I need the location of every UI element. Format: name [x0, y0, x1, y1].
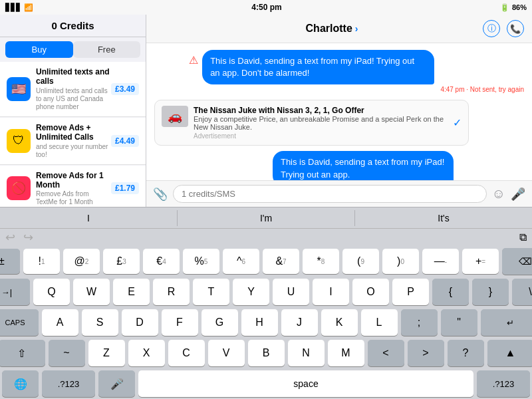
key-g[interactable]: G — [201, 309, 238, 336]
key-question[interactable]: ? — [448, 340, 484, 366]
key-z[interactable]: Z — [88, 340, 125, 366]
autocomplete-item-i[interactable]: I — [0, 210, 178, 226]
keyboard-qwerty-row: →| Q W E R T Y U I O P { } \ — [0, 277, 532, 307]
key-2[interactable]: @2 — [63, 249, 100, 274]
status-left: ▋▋▋ 📶 — [5, 3, 33, 12]
key-c[interactable]: C — [168, 340, 205, 366]
key-numbers[interactable]: .?123 — [42, 370, 95, 397]
key-r[interactable]: R — [153, 279, 190, 305]
key-6[interactable]: ^6 — [223, 249, 259, 274]
key-capslock[interactable]: CAPS — [0, 309, 39, 336]
key-3[interactable]: £3 — [103, 249, 140, 274]
key-e[interactable]: E — [113, 279, 150, 305]
plan-price-unlimited[interactable]: £3.49 — [111, 83, 139, 95]
key-close-brace[interactable]: } — [472, 279, 509, 305]
key-shift-left[interactable]: ⇧ — [0, 340, 45, 366]
key-tilde[interactable]: ~ — [49, 340, 85, 366]
buy-tab[interactable]: Buy — [5, 41, 73, 58]
ad-label: Advertisement — [194, 132, 448, 140]
key-q[interactable]: Q — [33, 279, 70, 305]
key-d[interactable]: D — [122, 309, 158, 336]
autocomplete-item-its[interactable]: It's — [355, 210, 532, 226]
key-8[interactable]: *8 — [303, 249, 339, 274]
key-k[interactable]: K — [321, 309, 358, 336]
main-area: 0 Credits Buy Free 🇺🇸 Unlimited texts an… — [0, 15, 532, 207]
key-quote[interactable]: " — [441, 309, 477, 336]
key-space[interactable]: space — [138, 370, 473, 397]
key-5[interactable]: %5 — [183, 249, 219, 274]
key-7[interactable]: &7 — [263, 249, 299, 274]
ad-subtitle: Enjoy a competitive Price, an unbreakabl… — [194, 115, 448, 131]
keyboard-number-row: ± !1 @2 £3 €4 %5 ^6 &7 *8 (9 )0 —- += ⌫ — [0, 246, 532, 277]
key-a[interactable]: A — [42, 309, 78, 336]
key-open-brace[interactable]: { — [432, 279, 469, 305]
key-m[interactable]: M — [328, 340, 364, 366]
key-tab[interactable]: →| — [0, 279, 30, 305]
key-lt[interactable]: < — [368, 340, 404, 366]
emoji-icon[interactable]: ☺ — [492, 186, 505, 201]
key-backslash[interactable]: \ — [512, 279, 532, 305]
plan-price-remove-ads[interactable]: £4.49 — [111, 135, 139, 147]
ad-card[interactable]: 🚗 The Nissan Juke with Nissan 3, 2, 1, G… — [154, 100, 469, 146]
message-sent-2: This is David, sending a text from my iP… — [273, 151, 454, 180]
key-n[interactable]: N — [288, 340, 325, 366]
key-enter[interactable]: ↵ — [481, 309, 533, 336]
key-v[interactable]: V — [208, 340, 245, 366]
battery-percent: 86% — [512, 3, 527, 11]
key-t[interactable]: T — [193, 279, 229, 305]
key-l[interactable]: L — [361, 309, 398, 336]
keyboard-zxcv-row: ⇧ ~ Z X C V B N M < > ? ▲ — [0, 338, 532, 368]
left-panel: 0 Credits Buy Free 🇺🇸 Unlimited texts an… — [0, 15, 146, 207]
key-mic[interactable]: 🎤 — [98, 370, 135, 397]
key-plus[interactable]: += — [462, 249, 499, 274]
chat-input-bar: 📎 ☺ 🎤 — [146, 180, 532, 207]
key-h[interactable]: H — [241, 309, 278, 336]
autocomplete-item-im[interactable]: I'm — [178, 210, 355, 226]
key-4[interactable]: €4 — [143, 249, 180, 274]
mic-icon[interactable]: 🎤 — [511, 187, 525, 201]
signal-icon: ▋▋▋ — [5, 3, 21, 12]
copy-button[interactable]: ⧉ — [519, 231, 527, 243]
key-o[interactable]: O — [352, 279, 389, 305]
ad-check-icon: ✓ — [453, 116, 462, 129]
key-f[interactable]: F — [162, 309, 198, 336]
plan-title-unlimited: Unlimited texts and calls — [36, 67, 111, 86]
plan-item-unlimited[interactable]: 🇺🇸 Unlimited texts and calls Unlimited t… — [0, 62, 146, 117]
chat-input[interactable] — [173, 185, 487, 203]
delete-key[interactable]: ⌫ — [502, 248, 532, 275]
key-gt[interactable]: > — [408, 340, 444, 366]
redo-button[interactable]: ↪ — [23, 230, 33, 245]
battery-icon: 🔋 — [500, 3, 509, 12]
key-i[interactable]: I — [313, 279, 349, 305]
key-j[interactable]: J — [281, 309, 318, 336]
autocomplete-bar: I I'm It's — [0, 207, 532, 228]
key-u[interactable]: U — [273, 279, 309, 305]
key-b[interactable]: B — [248, 340, 285, 366]
plan-item-remove-ads[interactable]: 🛡 Remove Ads + Unlimited Calls and secur… — [0, 118, 146, 165]
key-dot-numbers[interactable]: .?123 — [477, 370, 530, 397]
undo-button[interactable]: ↩ — [5, 230, 15, 245]
undo-bar: ↩ ↪ ⧉ — [0, 228, 532, 246]
key-s[interactable]: S — [82, 309, 118, 336]
key-shift-right[interactable]: ▲ — [487, 340, 533, 366]
plan-icon-remove-1month: 🚫 — [7, 176, 31, 200]
key-w[interactable]: W — [73, 279, 110, 305]
free-tab[interactable]: Free — [73, 41, 141, 58]
key-x[interactable]: X — [128, 340, 165, 366]
key-semicolon[interactable]: ; — [401, 309, 438, 336]
plan-price-remove-1month[interactable]: £1.79 — [111, 182, 139, 194]
key-globe[interactable]: 🌐 — [2, 370, 39, 397]
key-y[interactable]: Y — [233, 279, 269, 305]
key-9[interactable]: (9 — [342, 249, 379, 274]
attach-icon[interactable]: 📎 — [153, 187, 168, 201]
info-icon[interactable]: ⓘ — [483, 20, 500, 37]
phone-icon[interactable]: 📞 — [507, 20, 524, 37]
message-sent-2-wrapper: This is David, sending a text from my iP… — [273, 151, 524, 180]
key-1[interactable]: !1 — [23, 249, 60, 274]
plan-item-remove-1month[interactable]: 🚫 Remove Ads for 1 Month Remove Ads from… — [0, 166, 146, 207]
ad-car-icon: 🚗 — [162, 106, 188, 127]
key-dash[interactable]: —- — [422, 249, 459, 274]
key-0[interactable]: )0 — [382, 249, 419, 274]
key-plusminus[interactable]: ± — [0, 249, 20, 274]
key-p[interactable]: P — [392, 279, 429, 305]
